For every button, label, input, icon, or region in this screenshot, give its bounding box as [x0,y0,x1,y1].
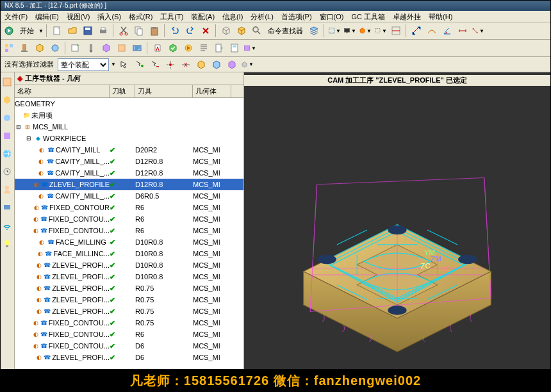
graphics-viewport[interactable]: CAM 加工工序 "ZLEVEL_PROFILE" 已选定 [244,72,550,391]
snap-point-icon[interactable] [163,58,177,72]
tree-mcs[interactable]: ⊟⊞MCS_MILL [15,121,243,133]
geometry-view-icon[interactable] [33,41,47,55]
rb-sys-icon[interactable] [1,199,13,216]
verify-icon[interactable] [166,41,180,55]
cube-orange-icon[interactable]: ▼ [358,24,372,38]
rb-hd3d-icon[interactable] [1,127,13,144]
cube3-icon[interactable] [225,58,239,72]
col-tool[interactable]: 刀具 [135,85,193,97]
menu-edit[interactable]: 编辑(E) [31,11,63,22]
tree-root[interactable]: GEOMETRY [15,98,243,110]
generate-icon[interactable] [151,41,165,55]
operation-row[interactable]: ◐☎FACE_MILLING✔D10R0.8MCS_MI [15,236,243,248]
menu-view[interactable]: 视图(V) [63,11,94,22]
menu-analysis[interactable]: 分析(L) [247,11,277,22]
menu-help[interactable]: 帮助(H) [425,11,456,22]
sel-arrow-icon[interactable] [117,58,131,72]
operation-row[interactable]: ◐☎ZLEVEL_PROFI...✔R0.75MCS_MI [15,282,243,294]
sel-remove-icon[interactable] [148,58,162,72]
tree-unused[interactable]: 📁未用项 [15,110,243,121]
display-mode-icon[interactable]: ▼ [343,24,357,38]
machine-tool-icon[interactable] [17,41,31,55]
list-tool-icon[interactable] [197,41,211,55]
delete-icon[interactable] [199,24,213,38]
dim-icon[interactable]: ▼ [471,24,485,38]
cube4-icon[interactable]: ▼ [240,58,254,72]
menu-gc-toolbox[interactable]: GC 工具箱 [347,11,389,22]
snap-mid-icon[interactable] [179,58,193,72]
rb-browser-icon[interactable] [1,145,13,162]
create-method-icon[interactable] [115,41,129,55]
tree-workpiece[interactable]: ⊟◆WORKPIECE [15,133,243,144]
rb-part-icon[interactable] [1,92,13,108]
operation-row[interactable]: ◐☎ZLEVEL_PROFI...✔R0.75MCS_MI [15,294,243,306]
simulate-icon[interactable] [181,41,195,55]
rb-roles-icon[interactable] [1,181,13,198]
cut-icon[interactable] [117,24,131,38]
filter-dropdown-icon[interactable]: ▼ [111,61,116,67]
rb-reuse-icon[interactable] [1,110,13,126]
operation-row[interactable]: ◐☎FACE_MILLINC...✔D10R0.8MCS_MI [15,248,243,259]
measure-dist-icon[interactable] [409,24,424,38]
operation-row[interactable]: ◐☎CAVITY_MILL_...✔D12R0.8MCS_MI [15,167,243,179]
menu-assembly[interactable]: 装配(A) [187,11,218,22]
redo-icon[interactable] [183,24,197,38]
dim-horiz-icon[interactable] [456,24,470,38]
menu-info[interactable]: 信息(I) [218,11,247,22]
col-geometry[interactable]: 几何体 [193,85,231,97]
operation-row[interactable]: ◐☎FIXED_CONTOU...✔D6MCS_MI [15,340,243,352]
operation-row[interactable]: ◐☎ZLEVEL_PROFI...✔D6MCS_MI [15,352,243,363]
col-path[interactable]: 刀轨 [110,85,135,97]
method-view-icon[interactable] [48,41,62,55]
menu-preferences[interactable]: 首选项(P) [277,11,316,22]
operation-row[interactable]: ◐☎FIXED_CONTOU...✔R6MCS_MI [15,225,243,236]
create-tool-icon[interactable] [84,41,98,55]
operation-row[interactable]: ◐☎ZLEVEL_PROFI...✔D10R0.8MCS_MI [15,271,243,282]
operation-row[interactable]: ◐☎FIXED_CONTOU...✔R6MCS_MI [15,329,243,340]
new-icon[interactable] [50,24,64,38]
create-op-icon[interactable] [130,41,144,55]
fit-view-icon[interactable]: ▼ [327,24,341,38]
menu-tools[interactable]: 工具(T) [156,11,187,22]
rb-nav-icon[interactable] [1,74,13,90]
cmd-finder-icon[interactable] [250,24,264,38]
layers-icon[interactable] [307,24,321,38]
copy-icon[interactable] [132,24,146,38]
menu-format[interactable]: 格式(R) [125,11,156,22]
rb-wifi-icon[interactable] [1,217,13,234]
create-geometry-icon[interactable] [99,41,113,55]
undo-icon[interactable] [168,24,182,38]
start-button[interactable] [2,24,16,38]
operation-row[interactable]: ◐☎CAVITY_MILL_...✔D12R0.8MCS_MI [15,156,243,167]
rect-select-icon[interactable]: ▼ [374,24,388,38]
print-icon[interactable] [96,24,110,38]
menu-insert[interactable]: 插入(S) [94,11,125,22]
operation-row[interactable]: ◐☎FIXED_CONTOUR✔R6MCS_MI [15,202,243,213]
col-name[interactable]: 名称 [15,85,110,97]
operation-row[interactable]: ◐☎FIXED_CONTOU...✔R0.75MCS_MI [15,317,243,329]
shop-doc-icon[interactable] [227,41,242,55]
collapse-icon[interactable]: ⊟ [25,135,33,142]
program-order-icon[interactable] [2,41,16,55]
collapse-icon[interactable]: ⊟ [15,123,22,131]
operation-row[interactable]: ◐☎CAVITY_MILL_...✔D6R0.5MCS_MI [15,190,243,202]
cube1-icon[interactable] [194,58,208,72]
measure-curve-icon[interactable] [425,24,439,38]
operation-row[interactable]: ◐☎FIXED_CONTOU...✔R6MCS_MI [15,213,243,225]
operation-row[interactable]: ◐☎ZLEVEL_PROFI...✔R0.75MCS_MI [15,306,243,317]
pin-icon[interactable]: ◈ [17,74,22,83]
start-dropdown-icon[interactable]: ▼ [38,28,44,34]
output-clsf-icon[interactable]: ▼ [243,41,257,55]
menu-file[interactable]: 文件(F) [1,11,31,22]
cube-shaded-icon[interactable] [234,24,249,38]
filter-combo[interactable]: 整个装配 [58,58,109,71]
menu-window[interactable]: 窗口(O) [316,11,348,22]
menu-plugin[interactable]: 卓越外挂 [389,11,425,22]
rb-history-icon[interactable] [1,163,13,180]
sel-add-icon[interactable] [133,58,147,72]
open-icon[interactable] [65,24,79,38]
cube2-icon[interactable] [210,58,224,72]
create-program-icon[interactable] [69,41,83,55]
angle-icon[interactable] [440,24,454,38]
operation-row[interactable]: ◐☎ZLEVEL_PROFILE✔D12R0.8MCS_MI [15,179,243,190]
